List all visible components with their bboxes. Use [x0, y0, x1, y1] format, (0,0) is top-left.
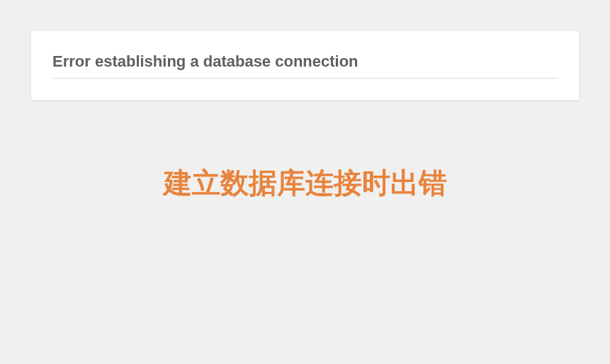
- error-title-chinese: 建立数据库连接时出错: [0, 164, 610, 203]
- error-title-english: Error establishing a database connection: [52, 52, 558, 79]
- error-card: Error establishing a database connection: [31, 31, 579, 100]
